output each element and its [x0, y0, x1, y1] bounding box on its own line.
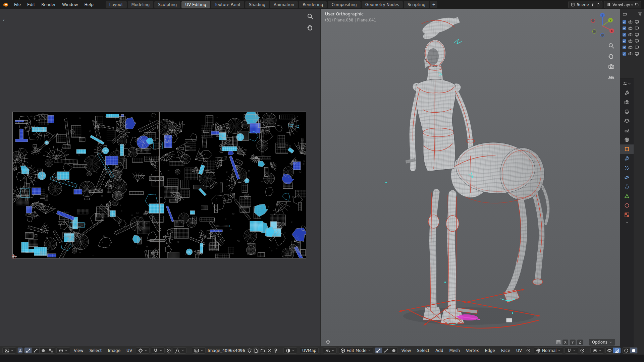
outliner-checkbox[interactable]	[623, 52, 626, 56]
outliner-camera-icon[interactable]	[628, 26, 633, 31]
outliner-screen-icon[interactable]	[635, 45, 639, 50]
navigation-gizmo[interactable]: Z Y X	[588, 10, 616, 39]
viewport-menu-vertex[interactable]: Vertex	[464, 347, 481, 354]
axis-toggle-z[interactable]: Z	[577, 340, 583, 345]
snapping-button[interactable]	[565, 347, 578, 354]
workspace-tab-shading[interactable]: Shading	[245, 1, 269, 8]
select-face-button[interactable]	[390, 347, 398, 354]
properties-tab-view-layer[interactable]	[620, 116, 634, 126]
scene-browse-icon[interactable]	[571, 3, 575, 7]
add-workspace-button[interactable]: +	[430, 1, 437, 8]
new-image-button[interactable]	[253, 347, 259, 354]
transform-orientation-dropdown[interactable]: Normal	[534, 347, 563, 354]
properties-tab-constraints[interactable]	[620, 182, 634, 191]
viewport-pivot-toggle[interactable]	[526, 347, 531, 354]
properties-tab-object[interactable]	[620, 144, 634, 154]
viewport-menu-mesh[interactable]: Mesh	[447, 347, 463, 354]
viewport-pan-icon[interactable]	[608, 53, 614, 59]
outliner-camera-icon[interactable]	[628, 52, 633, 56]
open-image-button[interactable]	[260, 347, 265, 354]
xray-toggle[interactable]	[613, 347, 621, 354]
outliner-screen-icon[interactable]	[635, 33, 639, 37]
outliner-camera-icon[interactable]	[628, 39, 633, 43]
viewport-pane[interactable]: User Orthographic (31) Plane.038 | Plane…	[321, 9, 620, 346]
workspace-tab-animation[interactable]: Animation	[270, 1, 298, 8]
outliner-camera-icon[interactable]	[628, 45, 633, 50]
outliner-checkbox[interactable]	[623, 33, 626, 37]
outliner-checkbox[interactable]	[623, 39, 626, 43]
workspace-tab-texture-paint[interactable]: Texture Paint	[211, 1, 244, 8]
select-vertex-button[interactable]	[375, 347, 382, 354]
workspace-tab-modeling[interactable]: Modeling	[128, 1, 154, 8]
uv-menu-view[interactable]: View	[71, 347, 86, 354]
workspace-tab-sculpting[interactable]: Sculpting	[154, 1, 180, 8]
image-browse-button[interactable]	[192, 347, 206, 354]
uv-sidebar-toggle[interactable]: ‹	[1, 17, 6, 23]
uv-snap-button[interactable]	[151, 347, 165, 354]
uv-proportional-toggle[interactable]	[166, 347, 171, 354]
outliner-screen-icon[interactable]	[635, 26, 639, 31]
viewport-menu-uv[interactable]: UV	[514, 347, 524, 354]
show-gizmo-button[interactable]	[590, 347, 604, 354]
uv-menu-select[interactable]: Select	[87, 347, 104, 354]
view-layer-copy-icon[interactable]	[635, 3, 639, 6]
properties-tab-world[interactable]	[620, 135, 634, 144]
properties-tab-tool[interactable]	[620, 88, 634, 98]
properties-tab-render[interactable]	[620, 98, 634, 107]
viewport-menu-select[interactable]: Select	[415, 347, 432, 354]
scene-selector[interactable]: Scene	[568, 1, 602, 8]
uv-select-vertex-button[interactable]	[24, 347, 32, 354]
viewport-menu-face[interactable]: Face	[499, 347, 513, 354]
outliner-checkbox[interactable]	[623, 26, 626, 30]
outliner-screen-icon[interactable]	[635, 20, 639, 24]
axis-grid-icon[interactable]	[556, 340, 561, 345]
uv-editor-pane[interactable]: ‹	[0, 9, 320, 346]
workspace-tab-layout[interactable]: Layout	[106, 1, 127, 8]
uv-pivot-button[interactable]	[136, 347, 150, 354]
outliner-screen-icon[interactable]	[635, 39, 639, 43]
outliner-screen-icon[interactable]	[635, 52, 639, 56]
viewport-menu-view[interactable]: View	[399, 347, 413, 354]
workspace-tab-scripting[interactable]: Scripting	[404, 1, 429, 8]
viewport-zoom-icon[interactable]	[608, 43, 614, 49]
workspace-tab-rendering[interactable]: Rendering	[299, 1, 327, 8]
axis-toggle-y[interactable]: Y	[570, 340, 576, 345]
uv-canvas[interactable]	[12, 112, 306, 258]
viewport-menu-edge[interactable]: Edge	[483, 347, 497, 354]
axis-toggle-x[interactable]: X	[562, 340, 568, 345]
outliner-camera-icon[interactable]	[628, 33, 633, 37]
viewport-editor-type-button[interactable]	[323, 347, 337, 354]
shading-wireframe-button[interactable]	[622, 347, 630, 354]
scene-pin-icon[interactable]	[591, 3, 594, 6]
uv-editor-type-button[interactable]	[2, 347, 16, 354]
properties-tab-object-data[interactable]	[620, 191, 634, 201]
filter-icon[interactable]	[638, 12, 642, 16]
options-button[interactable]: Options	[589, 339, 615, 346]
topbar-menu-window[interactable]: Window	[59, 1, 81, 8]
properties-tab-physics[interactable]	[620, 173, 634, 182]
topbar-menu-help[interactable]: Help	[81, 1, 96, 8]
properties-tab-output[interactable]	[620, 107, 634, 116]
pin-icon[interactable]	[273, 348, 278, 353]
shading-solid-button[interactable]	[630, 347, 638, 354]
uv-sticky-select-button[interactable]	[56, 347, 70, 354]
uvmap-button[interactable]: UVMap	[300, 347, 319, 354]
unlink-image-button[interactable]	[267, 347, 272, 354]
workspace-tab-compositing[interactable]: Compositing	[328, 1, 360, 8]
collection-icon[interactable]	[623, 12, 627, 16]
properties-tab-modifiers[interactable]	[620, 154, 634, 163]
uv-falloff-button[interactable]	[173, 347, 186, 354]
uv-select-island-button[interactable]	[47, 347, 55, 354]
uv-zoom-icon[interactable]	[307, 13, 314, 20]
uv-sync-toggle[interactable]	[17, 347, 23, 354]
outliner-checkbox[interactable]	[623, 20, 626, 24]
view-layer-selector[interactable]: ViewLayer	[604, 1, 641, 8]
properties-editor-icon[interactable]	[623, 81, 627, 86]
viewport-menu-add[interactable]: Add	[433, 347, 445, 354]
properties-tab-scene[interactable]	[620, 126, 634, 135]
uv-menu-uv[interactable]: UV	[124, 347, 135, 354]
topbar-menu-file[interactable]: File	[11, 1, 24, 8]
scene-new-icon[interactable]	[596, 3, 600, 6]
viewport-canvas[interactable]	[321, 9, 620, 346]
workspace-tab-uv-editing[interactable]: UV Editing	[181, 1, 210, 8]
